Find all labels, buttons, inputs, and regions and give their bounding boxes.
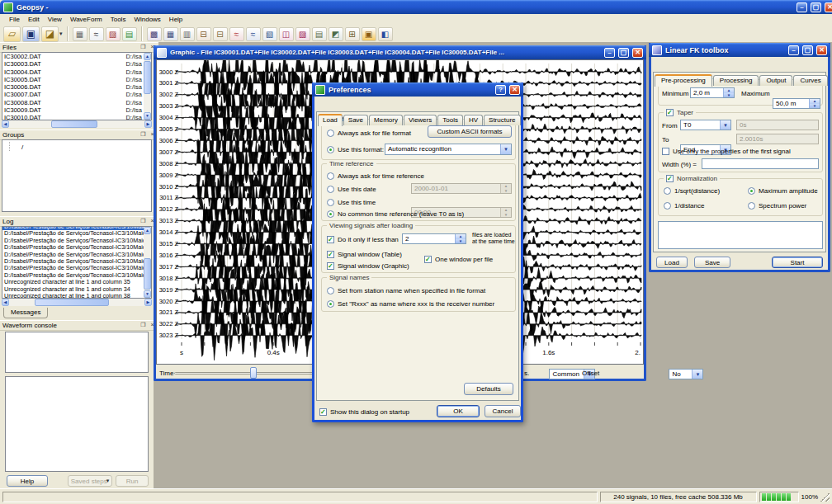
graphic-close-button[interactable]: ✕ [632, 48, 643, 58]
tool-icon-4[interactable]: ⊟ [196, 27, 211, 41]
tool-icon-7[interactable]: ≈ [246, 27, 261, 41]
use-date-radio[interactable] [327, 186, 334, 193]
menu-item[interactable]: Help [165, 15, 187, 24]
preferences-tab[interactable]: Memory [369, 115, 403, 125]
rxxx-radio[interactable] [327, 300, 334, 308]
float-panel-icon[interactable]: ❐ [139, 131, 147, 139]
fk-tab[interactable]: Processing [713, 75, 759, 86]
float-panel-icon[interactable]: ❐ [139, 218, 147, 225]
file-row[interactable]: IC30002.DAT D:/Isa [2, 53, 144, 60]
tab-messages[interactable]: Messages [3, 308, 48, 318]
tool-icon-10[interactable]: ▨ [295, 27, 310, 41]
preferences-tab[interactable]: Save [343, 115, 368, 125]
new-chrono-icon[interactable]: ▤ [122, 27, 137, 41]
menu-item[interactable]: Edit [24, 15, 44, 24]
saved-steps-button[interactable]: Saved steps▾ [68, 475, 112, 487]
first-signal-checkbox[interactable] [662, 148, 669, 155]
preferences-tab[interactable]: HV [464, 115, 483, 125]
fk-minimize-button[interactable]: – [788, 45, 799, 55]
cancel-button[interactable]: Cancel [485, 405, 521, 417]
open-file-icon[interactable]: ▱ [3, 26, 21, 42]
new-graphic-icon[interactable]: ≈ [89, 27, 104, 41]
files-vscrollbar[interactable]: ▲ ▼ [144, 53, 151, 120]
maximum-distance-spinbox[interactable]: 50,0 m [773, 98, 820, 109]
fk-tab[interactable]: Pre-processing [655, 74, 712, 87]
main-titlebar[interactable]: Geopsy - – ▢ ✕ [0, 0, 832, 14]
fk-tab[interactable]: Curves [793, 75, 827, 86]
tool-icon-6[interactable]: ≈ [229, 27, 244, 41]
file-row[interactable]: IC30010.DAT D:/Isa [2, 114, 144, 120]
open-menu-caret-icon[interactable]: ▾ [59, 31, 63, 37]
menu-item[interactable]: Tools [106, 15, 130, 24]
group-root-item[interactable]: / [9, 142, 151, 151]
tool-icon-8[interactable]: ▧ [262, 27, 277, 41]
width-input[interactable] [702, 158, 819, 169]
tool-icon-14[interactable]: ▣ [362, 27, 376, 41]
save-icon[interactable]: ▣ [22, 26, 40, 42]
console-input[interactable] [5, 376, 149, 472]
fk-list-area[interactable] [658, 221, 823, 249]
graphic-window-checkbox[interactable] [327, 262, 334, 270]
preferences-tab[interactable]: Load [318, 114, 343, 126]
fk-save-button[interactable]: Save [694, 257, 730, 268]
run-button[interactable]: Run [116, 475, 149, 487]
spectrum-power-radio[interactable] [748, 202, 755, 210]
float-panel-icon[interactable]: ❐ [139, 322, 147, 329]
file-row[interactable]: IC30006.DAT D:/Isa [2, 83, 144, 91]
log-line[interactable]: Unrecognized character at line 1 and col… [2, 293, 144, 299]
fk-tab[interactable]: Output [759, 75, 792, 86]
log-vscrollbar[interactable]: ▲ ▼ [144, 227, 151, 298]
fk-start-button[interactable]: Start [772, 257, 823, 268]
graphic-maximize-button[interactable]: ▢ [618, 48, 629, 58]
close-button[interactable]: ✕ [825, 2, 832, 12]
minimum-distance-spinbox[interactable]: 2,0 m [690, 87, 735, 98]
tool-icon-12[interactable]: ◩ [329, 27, 343, 41]
custom-ascii-button[interactable]: Custom ASCII formats [428, 125, 512, 138]
format-combo[interactable]: Automatic recognition [385, 144, 512, 155]
table-window-checkbox[interactable] [327, 251, 334, 258]
file-row[interactable]: IC30009.DAT D:/Isa [2, 106, 144, 114]
console-history[interactable] [5, 332, 149, 373]
resize-grip[interactable] [820, 492, 830, 502]
menu-item[interactable]: WaveForm [66, 15, 106, 24]
tool-icon-15[interactable]: ◧ [378, 27, 393, 41]
import-signals-icon[interactable]: ◪ [41, 26, 59, 42]
minimize-button[interactable]: – [797, 2, 807, 12]
use-time-radio[interactable] [327, 199, 334, 206]
tool-icon-2[interactable]: ▦ [163, 27, 178, 41]
menu-item[interactable]: View [44, 15, 66, 24]
sqrt-distance-radio[interactable] [664, 187, 671, 195]
do-it-checkbox[interactable] [327, 236, 334, 243]
distance-radio[interactable] [664, 202, 671, 210]
taper-checkbox[interactable] [666, 109, 674, 116]
time-slider-handle[interactable] [250, 367, 257, 379]
normalization-checkbox[interactable] [666, 175, 674, 182]
tool-icon-3[interactable]: ▥ [180, 27, 195, 41]
preferences-tab[interactable]: Tools [437, 115, 463, 125]
files-hscrollbar[interactable]: ◀ ▶ [2, 120, 152, 128]
file-count-spinbox[interactable]: 2 [402, 233, 466, 244]
help-button[interactable]: Help [7, 475, 48, 487]
tool-icon-9[interactable]: ◫ [279, 27, 294, 41]
fk-maximize-button[interactable]: ▢ [802, 45, 813, 55]
file-row[interactable]: IC30008.DAT D:/Isa [2, 99, 144, 106]
ask-file-format-radio[interactable] [327, 130, 334, 137]
tool-icon-13[interactable]: ⊞ [345, 27, 360, 41]
new-map-icon[interactable]: ▨ [106, 27, 121, 41]
menu-item[interactable]: Windows [130, 15, 164, 24]
fk-load-button[interactable]: Load [656, 257, 688, 268]
graphic-minimize-button[interactable]: – [604, 48, 615, 58]
one-window-checkbox[interactable] [424, 256, 432, 263]
file-row[interactable]: IC30007.DAT D:/Isa [2, 91, 144, 98]
offset-combo[interactable]: No [669, 369, 703, 379]
maximize-button[interactable]: ▢ [811, 2, 821, 12]
ask-time-ref-radio[interactable] [327, 172, 334, 180]
tool-icon-11[interactable]: ▤ [312, 27, 327, 41]
file-row[interactable]: IC30005.DAT D:/Isa [2, 76, 144, 83]
taper-from-combo[interactable]: T0 [680, 120, 731, 130]
new-table-icon[interactable]: ▦ [73, 27, 87, 41]
preferences-titlebar[interactable]: Preferences ? ✕ [312, 82, 523, 97]
tool-icon-1[interactable]: ▩ [147, 27, 162, 41]
preferences-tab[interactable]: Viewers [404, 115, 437, 125]
preferences-tab[interactable]: Structure [484, 115, 520, 125]
